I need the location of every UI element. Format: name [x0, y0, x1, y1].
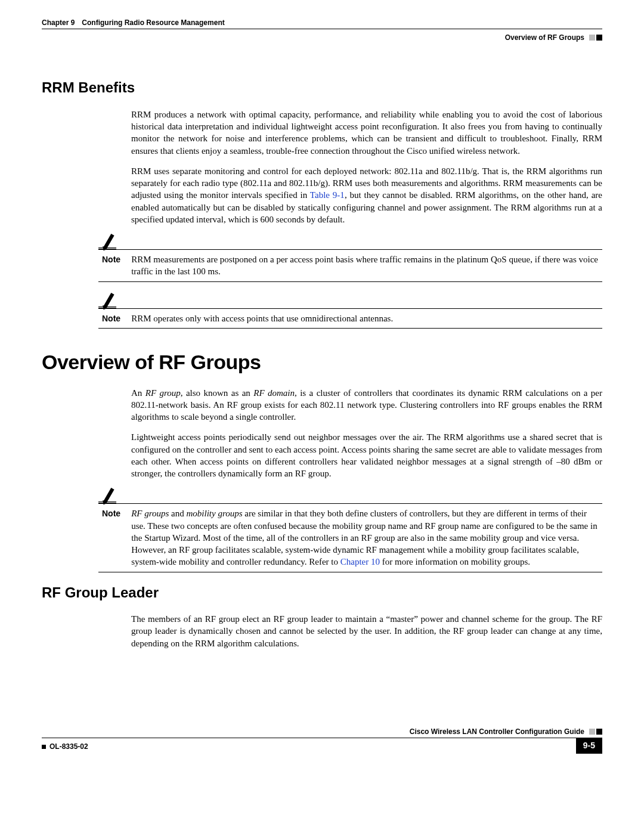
- emphasis: RF groups: [131, 509, 169, 518]
- note-pencil-icon: [98, 293, 116, 308]
- footer-doc-id: OL-8335-02: [42, 738, 88, 751]
- page-footer: Cisco Wireless LAN Controller Configurat…: [42, 727, 602, 754]
- note-text: RF groups and mobility groups are simila…: [131, 509, 597, 566]
- note-text: RRM operates only with access points tha…: [131, 314, 393, 323]
- paragraph: RRM produces a network with optimal capa…: [131, 109, 602, 157]
- doc-id-text: OL-8335-02: [49, 742, 88, 751]
- note-pencil-icon: [98, 234, 116, 249]
- header-ornament-icon: [589, 35, 602, 41]
- footer-guide-title: Cisco Wireless LAN Controller Configurat…: [410, 727, 584, 736]
- emphasis: mobility groups: [187, 509, 243, 518]
- text: and: [169, 509, 186, 518]
- table-ref-link[interactable]: Table 9-1: [310, 190, 345, 200]
- heading-overview-rf-groups: Overview of RF Groups: [42, 349, 602, 376]
- paragraph: The members of an RF group elect an RF g…: [131, 613, 602, 649]
- emphasis: RF domain: [253, 388, 295, 398]
- note-label: Note: [102, 255, 128, 264]
- paragraph: RRM uses separate monitoring and control…: [131, 165, 602, 225]
- heading-rf-group-leader: RF Group Leader: [42, 583, 602, 602]
- header-rule-row: Chapter 9 Configuring Radio Resource Man…: [42, 18, 602, 29]
- heading-rrm-benefits: RRM Benefits: [42, 78, 602, 97]
- footer-bottom-row: OL-8335-02 9-5: [42, 738, 602, 754]
- footer-ornament-icon: [589, 729, 602, 735]
- header-section-title: Overview of RF Groups: [505, 33, 584, 42]
- note-pencil-icon: [98, 488, 116, 503]
- note-label: Note: [102, 509, 128, 518]
- note-block: Note RRM measurements are postponed on a…: [98, 234, 602, 282]
- bullet-icon: [42, 745, 46, 749]
- page-number-badge: 9-5: [576, 738, 602, 754]
- note-label: Note: [102, 314, 128, 323]
- header-section-row: Overview of RF Groups: [42, 33, 602, 42]
- paragraph: An RF group, also known as an RF domain,…: [131, 387, 602, 423]
- emphasis: RF group: [145, 388, 181, 398]
- note-block: Note RRM operates only with access point…: [98, 293, 602, 329]
- running-header: Chapter 9 Configuring Radio Resource Man…: [42, 18, 602, 42]
- note-block: Note RF groups and mobility groups are s…: [98, 488, 602, 572]
- text: for more information on mobility groups.: [380, 557, 530, 566]
- text: An: [131, 388, 145, 398]
- footer-top-row: Cisco Wireless LAN Controller Configurat…: [42, 727, 602, 738]
- note-text: RRM measurements are postponed on a per …: [131, 255, 598, 276]
- paragraph: Lightweight access points periodically s…: [131, 431, 602, 479]
- chapter-ref-link[interactable]: Chapter 10: [340, 557, 380, 566]
- chapter-label: Chapter 9: [42, 18, 75, 27]
- chapter-title: Configuring Radio Resource Management: [82, 18, 224, 27]
- text: , also known as an: [181, 388, 253, 398]
